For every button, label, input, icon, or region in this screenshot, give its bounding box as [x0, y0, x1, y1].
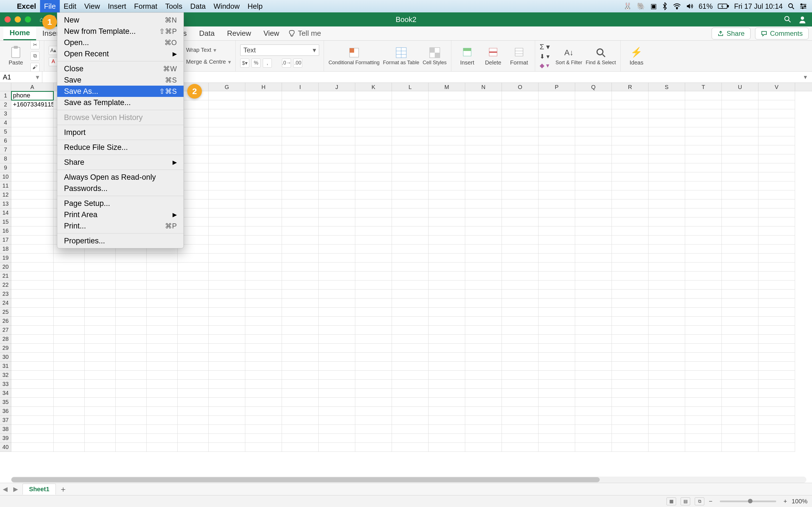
cell[interactable]	[685, 253, 722, 263]
number-format-select[interactable]: Text▾	[240, 45, 319, 56]
cell[interactable]	[649, 317, 685, 326]
increase-decimal-icon[interactable]: .0→	[282, 59, 291, 68]
cell[interactable]	[465, 317, 502, 326]
cell[interactable]	[355, 317, 392, 326]
cell[interactable]	[355, 407, 392, 416]
cell[interactable]	[282, 118, 319, 127]
cell[interactable]	[282, 317, 319, 326]
cell[interactable]	[539, 290, 575, 298]
file-menu-open[interactable]: Open...⌘O	[57, 37, 184, 48]
cell[interactable]	[319, 244, 355, 253]
cell[interactable]	[209, 263, 245, 272]
cell[interactable]	[612, 190, 649, 200]
cell[interactable]	[11, 145, 54, 154]
cell[interactable]	[539, 127, 575, 136]
cell[interactable]	[502, 217, 539, 226]
cell[interactable]	[685, 326, 722, 335]
row-header[interactable]: 12	[0, 190, 11, 200]
column-header[interactable]: I	[282, 83, 319, 91]
cell[interactable]	[465, 91, 502, 100]
cell[interactable]	[209, 118, 245, 127]
cell[interactable]	[11, 425, 54, 434]
cell[interactable]	[245, 317, 282, 326]
cell[interactable]	[649, 209, 685, 217]
cell[interactable]	[11, 272, 54, 281]
cell[interactable]	[11, 362, 54, 371]
cell[interactable]	[465, 217, 502, 226]
cell[interactable]	[177, 443, 209, 452]
cell[interactable]	[282, 298, 319, 307]
cell[interactable]	[319, 425, 355, 434]
cell[interactable]	[612, 127, 649, 136]
cell[interactable]	[392, 263, 428, 272]
cell[interactable]	[758, 136, 795, 145]
cell[interactable]	[758, 443, 795, 452]
cell[interactable]	[85, 380, 116, 389]
cell[interactable]	[392, 200, 428, 209]
cell[interactable]	[502, 272, 539, 281]
cell[interactable]	[245, 226, 282, 235]
file-menu-share[interactable]: Share▶	[57, 157, 184, 168]
cell[interactable]	[539, 398, 575, 407]
cell[interactable]	[11, 307, 54, 317]
cell[interactable]	[116, 344, 147, 353]
cell[interactable]	[758, 163, 795, 172]
cell[interactable]	[758, 154, 795, 163]
file-menu-import[interactable]: Import	[57, 127, 184, 138]
column-header[interactable]: Q	[575, 83, 612, 91]
cell[interactable]	[245, 253, 282, 263]
cell[interactable]	[465, 389, 502, 398]
cell[interactable]	[355, 190, 392, 200]
cell[interactable]	[685, 181, 722, 190]
cell[interactable]	[465, 371, 502, 380]
menubar-item-file[interactable]: File	[40, 0, 60, 12]
cell[interactable]	[209, 281, 245, 290]
row-header[interactable]: 11	[0, 181, 11, 190]
increase-font-icon[interactable]: A▴	[49, 46, 58, 55]
cell[interactable]	[428, 136, 465, 145]
cell[interactable]	[649, 290, 685, 298]
cell[interactable]	[722, 272, 758, 281]
cell[interactable]	[722, 217, 758, 226]
tray-icon[interactable]: 🐰	[623, 2, 632, 10]
cell[interactable]	[465, 163, 502, 172]
cell[interactable]	[649, 335, 685, 344]
cell[interactable]	[147, 425, 177, 434]
cell[interactable]	[758, 416, 795, 425]
column-header[interactable]: M	[428, 83, 465, 91]
cell[interactable]	[685, 281, 722, 290]
cell[interactable]	[465, 443, 502, 452]
cell[interactable]	[245, 353, 282, 362]
row-header[interactable]: 16	[0, 226, 11, 235]
insert-cells-button[interactable]: Insert	[456, 46, 478, 66]
wifi-icon[interactable]	[673, 3, 681, 9]
copy-icon[interactable]: ⧉	[31, 52, 40, 61]
cell[interactable]	[428, 443, 465, 452]
cell[interactable]	[392, 109, 428, 118]
cell[interactable]	[319, 272, 355, 281]
row-header[interactable]: 37	[0, 416, 11, 425]
cell[interactable]	[209, 91, 245, 100]
cell[interactable]	[758, 263, 795, 272]
cell[interactable]	[392, 434, 428, 443]
cell[interactable]	[758, 217, 795, 226]
cell[interactable]	[502, 100, 539, 109]
cell[interactable]	[649, 362, 685, 371]
autosum-icon[interactable]: Σ ▾	[540, 43, 550, 51]
cell[interactable]	[282, 263, 319, 272]
cell[interactable]	[116, 389, 147, 398]
cell[interactable]	[245, 281, 282, 290]
cell[interactable]	[116, 353, 147, 362]
cell[interactable]	[428, 307, 465, 317]
cell[interactable]	[612, 307, 649, 317]
row-header[interactable]: 14	[0, 209, 11, 217]
cell[interactable]	[465, 425, 502, 434]
sheet-tab[interactable]: Sheet1	[22, 484, 56, 495]
cell[interactable]	[11, 136, 54, 145]
cell[interactable]	[392, 380, 428, 389]
format-painter-icon[interactable]: 🖌	[31, 63, 40, 72]
cell[interactable]	[245, 335, 282, 344]
cell[interactable]	[11, 407, 54, 416]
cell[interactable]	[355, 200, 392, 209]
cell[interactable]	[11, 118, 54, 127]
